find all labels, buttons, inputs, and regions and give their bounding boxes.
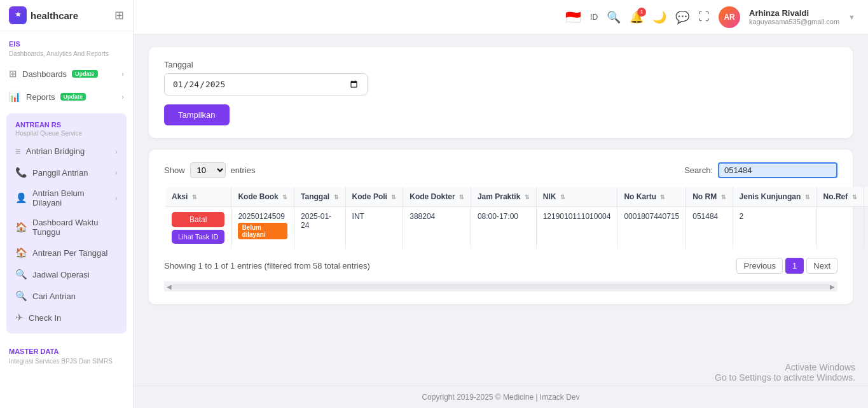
sort-ref: ⇅	[852, 194, 857, 200]
user-name: Arhinza Rivaldi	[749, 8, 839, 18]
eis-desc: Dashboards, Analytics And Reports	[0, 50, 133, 62]
status-badge: Belum dilayani	[238, 223, 287, 239]
cell-kode-book: 20250124509 Belum dilayani	[231, 207, 294, 250]
data-table: Aksi ⇅ Kode Book ⇅ Tanggal ⇅ Kode Poli	[164, 186, 868, 250]
panggil-icon: 📞	[15, 167, 27, 178]
per-tanggal-icon: 🏠	[15, 247, 27, 258]
cell-no-kartu: 0001807440715	[617, 207, 686, 250]
sort-rm: ⇅	[721, 194, 726, 200]
user-email: kaguyasama535@gmail.com	[749, 18, 839, 25]
search-input[interactable]	[718, 162, 837, 178]
antrean-per-tanggal-label: Antrean Per Tanggal	[32, 248, 107, 258]
lang-label: ID	[590, 13, 598, 22]
page-1-button[interactable]: 1	[785, 258, 804, 274]
sidebar-item-dashboard-tunggu[interactable]: 🏠 Dashboard Waktu Tunggu	[9, 213, 124, 242]
lihat-taskid-button[interactable]: Lihat Task ID	[172, 230, 224, 244]
sidebar-item-antrian-bridging[interactable]: ≡ Antrian Bridging ›	[9, 141, 124, 162]
cari-antrian-label: Cari Antrian	[32, 292, 76, 301]
user-chevron[interactable]: ▼	[848, 13, 855, 21]
horizontal-scrollbar[interactable]: ◀ ▶	[164, 281, 837, 292]
sidebar-item-antrian-belum[interactable]: 👤 Antrian Belum Dilayani ›	[9, 183, 124, 213]
dark-mode-icon[interactable]: 🌙	[652, 10, 666, 24]
table-header-row: Aksi ⇅ Kode Book ⇅ Tanggal ⇅ Kode Poli	[165, 186, 868, 207]
sidebar-item-antrean-per-tanggal[interactable]: 🏠 Antrean Per Tanggal	[9, 242, 124, 264]
cell-sumber-data: Bridging Antrean	[864, 207, 868, 250]
sort-aksi: ⇅	[192, 194, 197, 200]
sort-nik: ⇅	[560, 194, 565, 200]
entries-select[interactable]: 10 25 50 100	[190, 162, 226, 178]
filter-card: Tanggal Tampilkan	[149, 47, 853, 138]
user-info: Arhinza Rivaldi kaguyasama535@gmail.com	[749, 8, 839, 25]
sidebar-item-cari-antrian[interactable]: 🔍 Cari Antrian	[9, 285, 124, 307]
avatar[interactable]: AR	[719, 6, 740, 28]
bridging-icon: ≡	[15, 146, 21, 157]
sidebar-item-dashboards[interactable]: ⊞ Dashboards Update ›	[0, 62, 133, 85]
col-no-rm: No RM ⇅	[686, 186, 733, 207]
logo-area: healthcare	[9, 6, 78, 24]
master-data-section: Master Data Integrasi Services BPJS Dan …	[0, 339, 133, 370]
pagination-info: Showing 1 to 1 of 1 entries (filtered fr…	[164, 261, 370, 271]
eis-label: EIS	[0, 31, 133, 50]
show-label: Show	[164, 165, 185, 175]
scroll-right-arrow[interactable]: ▶	[830, 283, 835, 290]
panggil-antrian-label: Panggil Antrian	[32, 168, 88, 178]
sidebar-logo-area: healthcare ⊞	[0, 0, 133, 31]
antrean-rs-section: Antrean RS Hospital Queue Service ≡ Antr…	[6, 113, 127, 334]
sidebar-item-reports[interactable]: 📊 Reports Update ›	[0, 85, 133, 108]
footer-text: Copyright 2019-2025 © Medicine | Imzack …	[422, 393, 579, 402]
fullscreen-icon[interactable]: ⛶	[698, 10, 710, 24]
sidebar-item-jadwal-operasi[interactable]: 🔍 Jadwal Operasi	[9, 264, 124, 285]
col-no-kartu: No Kartu ⇅	[617, 186, 686, 207]
header: 🇮🇩 ID 🔍 🔔 1 🌙 💬 ⛶ AR Arhinza Rivaldi kag…	[134, 0, 868, 34]
reports-label: Reports	[26, 92, 55, 102]
search-area: Search:	[684, 162, 837, 178]
previous-button[interactable]: Previous	[736, 258, 783, 274]
show-entries-area: Show 10 25 50 100 entries	[164, 162, 256, 178]
sort-jenis: ⇅	[805, 194, 810, 200]
cell-no-rm: 051484	[686, 207, 733, 250]
logo-text: healthcare	[31, 10, 78, 21]
master-data-label: Master Data	[0, 339, 133, 358]
cell-nik: 1219010111010004	[536, 207, 617, 250]
search-icon-btn[interactable]: 🔍	[607, 10, 621, 24]
cell-tanggal: 2025-01-24	[294, 207, 345, 250]
sidebar-item-check-in[interactable]: ✈ Check In	[9, 307, 124, 328]
batal-button[interactable]: Batal	[172, 212, 224, 227]
logo-icon	[9, 6, 27, 24]
main-area: 🇮🇩 ID 🔍 🔔 1 🌙 💬 ⛶ AR Arhinza Rivaldi kag…	[134, 0, 868, 408]
cell-kode-dokter: 388204	[403, 207, 471, 250]
bridging-arrow: ›	[115, 148, 118, 155]
reports-badge: Update	[60, 93, 86, 101]
next-button[interactable]: Next	[806, 258, 837, 274]
chat-icon[interactable]: 💬	[675, 10, 689, 24]
belum-arrow: ›	[115, 194, 118, 202]
pagination-buttons: Previous 1 Next	[736, 258, 837, 274]
grid-icon[interactable]: ⊞	[114, 8, 124, 22]
table-card: Show 10 25 50 100 entries Search:	[149, 150, 853, 304]
tampilkan-button[interactable]: Tampilkan	[164, 104, 230, 125]
sort-kode-poli: ⇅	[391, 194, 396, 200]
date-input[interactable]	[164, 73, 368, 95]
dashboards-label: Dashboards	[22, 69, 67, 79]
sort-tanggal: ⇅	[334, 194, 339, 200]
main-content: Tanggal Tampilkan Show 10 25 50 100 entr…	[134, 34, 868, 386]
reports-arrow: ›	[121, 93, 124, 101]
sidebar-item-panggil-antrian[interactable]: 📞 Panggil Antrian ›	[9, 162, 124, 183]
notification-icon[interactable]: 🔔 1	[630, 10, 644, 24]
tanggal-label: Tanggal	[164, 60, 837, 69]
antrian-bridging-label: Antrian Bridging	[26, 146, 85, 156]
jadwal-operasi-label: Jadwal Operasi	[32, 270, 90, 279]
scroll-left-arrow[interactable]: ◀	[167, 283, 172, 290]
master-data-desc: Integrasi Services BPJS Dan SIMRS	[0, 358, 133, 370]
dashboard-icon: ⊞	[9, 68, 17, 80]
checkin-icon: ✈	[15, 312, 24, 323]
dashboards-badge: Update	[72, 70, 98, 78]
scroll-track[interactable]	[172, 284, 830, 289]
eis-section: EIS Dashboards, Analytics And Reports	[0, 31, 133, 62]
table-controls: Show 10 25 50 100 entries Search:	[164, 162, 837, 178]
panggil-arrow: ›	[115, 169, 118, 176]
antrian-belum-label: Antrian Belum Dilayani	[32, 188, 110, 208]
table-row: Batal Lihat Task ID 20250124509 Belum di…	[165, 207, 868, 250]
col-kode-poli: Kode Poli ⇅	[345, 186, 403, 207]
cell-no-ref	[816, 207, 864, 250]
